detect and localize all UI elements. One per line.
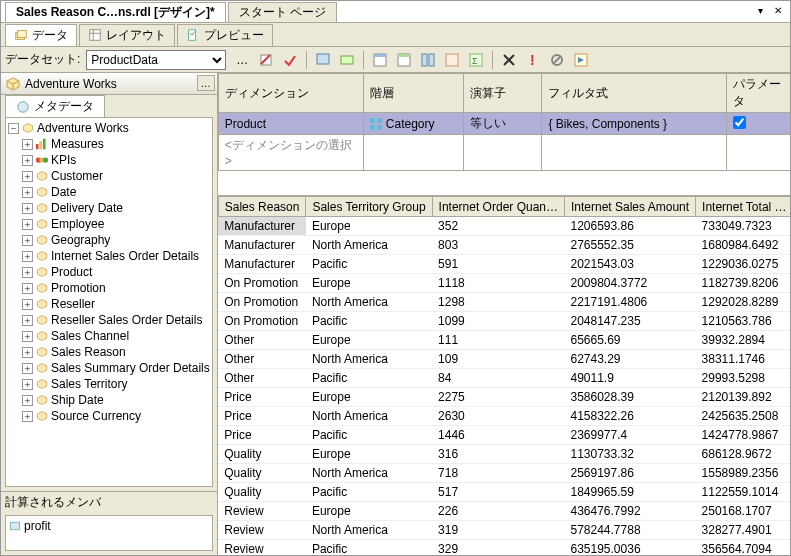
results-row[interactable]: PricePacific14462369977.41424778.9867 <box>218 426 791 445</box>
results-row[interactable]: OtherNorth America10962743.2938311.1746 <box>218 350 791 369</box>
results-row[interactable]: ManufacturerNorth America8032765552.3516… <box>218 236 791 255</box>
tab-metadata[interactable]: メタデータ <box>5 95 105 117</box>
tree-node[interactable]: +Sales Territory <box>8 376 210 392</box>
cube-selector[interactable]: Adventure Works … <box>1 73 217 95</box>
tree-node[interactable]: +Reseller Sales Order Details <box>8 312 210 328</box>
filter-row[interactable]: Product Category 等しい { Bikes, Components… <box>218 113 791 135</box>
tab-sales-reason[interactable]: Sales Reason C…ns.rdl [デザイン]* <box>5 2 226 22</box>
filter-param-checkbox[interactable] <box>733 116 746 129</box>
results-row[interactable]: ReviewEurope226436476.7992250168.1707 <box>218 502 791 521</box>
design-mode-button[interactable] <box>571 50 591 70</box>
tree-node[interactable]: +Source Currency <box>8 408 210 424</box>
results-row[interactable]: On PromotionPacific10992048147.235121056… <box>218 312 791 331</box>
filter-header-filter[interactable]: フィルタ式 <box>542 74 726 113</box>
filter-expression-cell[interactable]: { Bikes, Components } <box>542 113 726 135</box>
refresh-fields-button[interactable] <box>256 50 276 70</box>
tab-start-page[interactable]: スタート ページ <box>228 2 337 22</box>
filter-header-operator[interactable]: 演算子 <box>464 74 542 113</box>
filter-placeholder-row[interactable]: <ディメンションの選択> <box>218 135 791 171</box>
calc-member-item[interactable]: profit <box>8 518 210 534</box>
import-button[interactable] <box>337 50 357 70</box>
results-row[interactable]: PriceEurope22753586028.392120139.892 <box>218 388 791 407</box>
results-column-header[interactable]: Sales Territory Group <box>306 197 432 217</box>
expand-icon[interactable]: + <box>22 331 33 342</box>
results-column-header[interactable]: Sales Reason <box>218 197 306 217</box>
tab-layout[interactable]: レイアウト <box>79 24 175 46</box>
tree-node[interactable]: +Reseller <box>8 296 210 312</box>
delete-dataset-button[interactable] <box>280 50 300 70</box>
toggle-aggregations-button[interactable] <box>394 50 414 70</box>
add-table-button[interactable] <box>370 50 390 70</box>
tree-node[interactable]: +Measures <box>8 136 210 152</box>
cancel-button[interactable] <box>547 50 567 70</box>
expand-icon[interactable]: + <box>22 139 33 150</box>
tree-node[interactable]: +Internet Sales Order Details <box>8 248 210 264</box>
expand-icon[interactable]: + <box>22 379 33 390</box>
tree-node[interactable]: +Employee <box>8 216 210 232</box>
expand-icon[interactable]: + <box>22 267 33 278</box>
cube-select-button[interactable]: … <box>197 75 215 91</box>
filter-header-param[interactable]: パラメータ <box>726 74 791 113</box>
expand-icon[interactable]: − <box>8 123 19 134</box>
tree-node[interactable]: +Sales Reason <box>8 344 210 360</box>
edit-as-text-button[interactable] <box>313 50 333 70</box>
results-row[interactable]: ReviewPacific329635195.0036356564.7094 <box>218 540 791 556</box>
execute-button[interactable]: ! <box>523 50 543 70</box>
tab-dropdown-icon[interactable]: ▾ <box>752 3 768 17</box>
expand-icon[interactable]: + <box>22 219 33 230</box>
expand-icon[interactable]: + <box>22 235 33 246</box>
dataset-select[interactable]: ProductData <box>86 50 226 70</box>
dataset-edit-button[interactable]: … <box>232 50 252 70</box>
tree-node[interactable]: +Geography <box>8 232 210 248</box>
tab-data[interactable]: データ <box>5 24 77 46</box>
expand-icon[interactable]: + <box>22 411 33 422</box>
delete-button[interactable] <box>499 50 519 70</box>
metadata-tree[interactable]: − Adventure Works +Measures+KPIs+Custome… <box>5 117 213 487</box>
results-row[interactable]: QualityNorth America7182569197.861558989… <box>218 464 791 483</box>
results-row[interactable]: PriceNorth America26304158322.262425635.… <box>218 407 791 426</box>
results-row[interactable]: OtherPacific8449011.929993.5298 <box>218 369 791 388</box>
expand-icon[interactable]: + <box>22 171 33 182</box>
results-row[interactable]: ReviewNorth America319578244.7788328277.… <box>218 521 791 540</box>
tree-root[interactable]: − Adventure Works <box>8 120 210 136</box>
tree-node[interactable]: +Product <box>8 264 210 280</box>
tree-node[interactable]: +Sales Channel <box>8 328 210 344</box>
results-row[interactable]: ManufacturerEurope3521206593.86733049.73… <box>218 217 791 236</box>
filter-dimension-cell[interactable]: Product <box>218 113 363 135</box>
filter-operator-cell[interactable]: 等しい <box>464 113 542 135</box>
expand-icon[interactable]: + <box>22 299 33 310</box>
filter-param-cell[interactable] <box>726 113 791 135</box>
results-row[interactable]: QualityPacific5171849965.591122559.1014 <box>218 483 791 502</box>
filter-header-dimension[interactable]: ディメンション <box>218 74 363 113</box>
tree-node[interactable]: +KPIs <box>8 152 210 168</box>
show-agg-button[interactable]: Σ <box>466 50 486 70</box>
expand-icon[interactable]: + <box>22 283 33 294</box>
results-column-header[interactable]: Internet Total … <box>696 197 791 217</box>
expand-icon[interactable]: + <box>22 363 33 374</box>
auto-execute-button[interactable] <box>442 50 462 70</box>
results-row[interactable]: On PromotionEurope11182009804.3772118273… <box>218 274 791 293</box>
close-icon[interactable]: ✕ <box>770 3 786 17</box>
expand-icon[interactable]: + <box>22 251 33 262</box>
results-column-header[interactable]: Internet Order Quan… <box>432 197 564 217</box>
expand-icon[interactable]: + <box>22 315 33 326</box>
expand-icon[interactable]: + <box>22 187 33 198</box>
results-row[interactable]: OtherEurope11165665.6939932.2894 <box>218 331 791 350</box>
results-column-header[interactable]: Internet Sales Amount <box>564 197 695 217</box>
filter-header-hierarchy[interactable]: 階層 <box>363 74 463 113</box>
expand-icon[interactable]: + <box>22 203 33 214</box>
expand-icon[interactable]: + <box>22 155 33 166</box>
tab-preview[interactable]: プレビュー <box>177 24 273 46</box>
results-row[interactable]: On PromotionNorth America12982217191.480… <box>218 293 791 312</box>
results-row[interactable]: QualityEurope3161130733.32686128.9672 <box>218 445 791 464</box>
results-row[interactable]: ManufacturerPacific5912021543.031229036.… <box>218 255 791 274</box>
show-empty-cells-button[interactable] <box>418 50 438 70</box>
tree-node[interactable]: +Delivery Date <box>8 200 210 216</box>
tree-node[interactable]: +Promotion <box>8 280 210 296</box>
tree-node[interactable]: +Ship Date <box>8 392 210 408</box>
tree-node[interactable]: +Date <box>8 184 210 200</box>
expand-icon[interactable]: + <box>22 347 33 358</box>
expand-icon[interactable]: + <box>22 395 33 406</box>
tree-node[interactable]: +Customer <box>8 168 210 184</box>
tree-node[interactable]: +Sales Summary Order Details <box>8 360 210 376</box>
